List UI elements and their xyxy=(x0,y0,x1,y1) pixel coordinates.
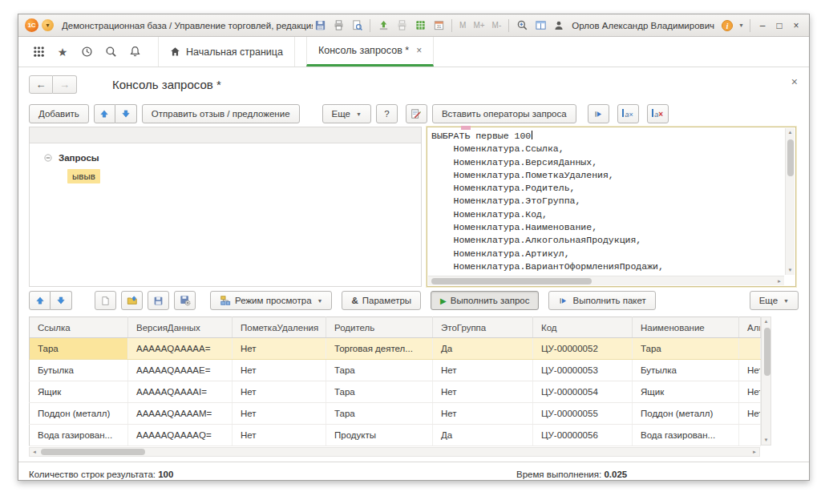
column-header[interactable]: Ссылка xyxy=(30,317,128,338)
maximize-button[interactable]: □ xyxy=(773,20,786,31)
cell-naimenovanie[interactable]: Бутылка xyxy=(633,360,739,381)
tree-node-selected-query[interactable]: ывыв xyxy=(30,167,421,185)
cell-etogruppa[interactable]: Нет xyxy=(433,360,533,381)
cell-alkog[interactable]: Нет xyxy=(739,403,761,425)
parameters-button[interactable]: & Параметры xyxy=(342,291,421,310)
system-menu-dropdown-icon[interactable]: ▼ xyxy=(42,19,54,31)
scroll-thumb[interactable] xyxy=(764,328,770,376)
scroll-up-icon[interactable]: ▲ xyxy=(786,128,795,137)
search-icon[interactable] xyxy=(99,37,123,67)
cell-kod[interactable]: ЦУ-00000052 xyxy=(533,338,633,360)
result-more-button[interactable]: Еще▼ xyxy=(750,291,799,310)
cell-pometka[interactable]: Нет xyxy=(233,338,326,360)
cell-etogruppa[interactable]: Да xyxy=(433,425,533,446)
save-icon[interactable] xyxy=(313,18,327,33)
syntax-check-button[interactable]: a× xyxy=(617,104,639,123)
cell-pometka[interactable]: Нет xyxy=(233,360,326,381)
tab-close-icon[interactable]: × xyxy=(416,45,422,56)
help-button[interactable]: ? xyxy=(376,104,398,123)
scroll-thumb[interactable] xyxy=(787,139,794,176)
current-user[interactable]: Орлов Александр Владимирович xyxy=(572,21,714,30)
more-button[interactable]: Еще▼ xyxy=(322,104,371,123)
result-up-button[interactable] xyxy=(29,291,51,310)
cell-alkog[interactable] xyxy=(739,338,761,360)
cell-pometka[interactable]: Нет xyxy=(233,425,326,446)
cell-roditel[interactable]: Тара xyxy=(326,403,433,425)
cell-roditel[interactable]: Тара xyxy=(326,381,433,403)
scroll-thumb[interactable] xyxy=(431,278,592,284)
tree-node-queries[interactable]: Запросы xyxy=(30,148,421,167)
column-header[interactable]: Алког xyxy=(739,317,761,338)
move-down-button[interactable] xyxy=(115,104,137,123)
cell-naimenovanie[interactable]: Тара xyxy=(633,338,739,360)
query-builder-button[interactable] xyxy=(406,104,427,123)
cell-roditel[interactable]: Продукты xyxy=(326,425,433,446)
column-header[interactable]: ПометкаУдаления xyxy=(233,317,326,338)
add-button[interactable]: Добавить xyxy=(29,104,89,123)
memory-m-plus-button[interactable]: M+ xyxy=(471,21,486,30)
column-header[interactable]: Родитель xyxy=(326,317,433,338)
new-document-button[interactable] xyxy=(95,291,116,310)
cell-ssylka[interactable]: Ящик xyxy=(30,381,128,403)
scroll-down-icon[interactable]: ▼ xyxy=(786,266,795,275)
cell-versiya[interactable]: AAAAAQAAAAE= xyxy=(128,360,233,381)
cell-versiya[interactable]: AAAAAQAAAAQ= xyxy=(128,425,233,446)
back-button[interactable]: ← xyxy=(29,75,53,94)
save-result-button[interactable] xyxy=(148,291,169,310)
column-header[interactable]: Код xyxy=(533,317,633,338)
insert-operators-button[interactable]: Вставить операторы запроса xyxy=(432,104,576,123)
table-vscrollbar[interactable]: ▲ ▼ xyxy=(761,317,771,446)
column-header[interactable]: ЭтоГруппа xyxy=(433,317,533,338)
forward-button[interactable]: → xyxy=(53,75,77,94)
scroll-right-icon[interactable]: ► xyxy=(752,448,757,457)
cell-roditel[interactable]: Торговая деятел... xyxy=(326,338,433,360)
close-button[interactable]: × xyxy=(790,20,803,31)
favorites-star-icon[interactable]: ★ xyxy=(51,37,75,67)
editor-vscrollbar[interactable]: ▲ ▼ xyxy=(785,128,795,275)
scroll-right-icon[interactable]: ► xyxy=(777,276,782,286)
cell-alkog[interactable]: Нет xyxy=(739,381,761,403)
zoom-icon[interactable] xyxy=(515,18,529,33)
run-batch-button[interactable]: Выполнить пакет xyxy=(548,291,655,310)
print-preview-icon[interactable] xyxy=(350,18,364,33)
column-header[interactable]: Наименование xyxy=(633,317,739,338)
service-dropdown-icon[interactable]: ▼ xyxy=(738,22,744,28)
result-down-button[interactable] xyxy=(51,291,72,310)
form-close-icon[interactable]: × xyxy=(791,75,798,88)
memory-m-minus-button[interactable]: M- xyxy=(491,21,504,30)
syntax-clear-button[interactable]: a× xyxy=(647,104,669,123)
scroll-up-icon[interactable]: ▲ xyxy=(762,317,770,326)
feedback-button[interactable]: Отправить отзыв / предложение xyxy=(142,104,300,123)
editor-hscrollbar[interactable]: ► xyxy=(428,276,784,285)
cell-alkog[interactable] xyxy=(739,425,761,446)
cell-versiya[interactable]: AAAAAQAAAAI= xyxy=(128,381,233,403)
main-menu-grid-icon[interactable] xyxy=(26,37,51,67)
column-header[interactable]: ВерсияДанных xyxy=(128,317,233,338)
cell-etogruppa[interactable]: Нет xyxy=(433,381,533,403)
tab-query-console[interactable]: Консоль запросов * × xyxy=(306,37,434,67)
info-icon[interactable]: i xyxy=(720,18,734,33)
scroll-left-icon[interactable]: ◄ xyxy=(32,448,37,457)
cell-etogruppa[interactable]: Нет xyxy=(433,403,533,425)
send-report-icon[interactable] xyxy=(376,18,390,33)
cell-naimenovanie[interactable]: Поддон (металл) xyxy=(633,403,739,425)
cell-versiya[interactable]: AAAAAQAAAAM= xyxy=(128,403,233,425)
scroll-thumb[interactable] xyxy=(41,449,145,455)
cell-roditel[interactable]: Тара xyxy=(326,360,433,381)
history-icon[interactable] xyxy=(75,37,99,67)
cell-kod[interactable]: ЦУ-00000055 xyxy=(533,403,633,425)
split-window-icon[interactable] xyxy=(533,18,548,33)
table-row[interactable]: Вода газирован... AAAAAQAAAAQ= Нет Проду… xyxy=(30,425,761,446)
cell-naimenovanie[interactable]: Ящик xyxy=(633,381,739,403)
cell-kod[interactable]: ЦУ-00000056 xyxy=(533,425,633,446)
open-button[interactable] xyxy=(121,291,143,310)
tab-home[interactable]: Начальная страница xyxy=(158,37,295,67)
print-icon[interactable] xyxy=(331,18,346,33)
run-query-button[interactable]: ▶ Выполнить запрос xyxy=(431,291,539,310)
cell-alkog[interactable]: Нет xyxy=(739,360,761,381)
query-text[interactable]: ВЫБРАТЬ первые 100 Номенклатура.Ссылка, … xyxy=(431,130,784,275)
move-up-button[interactable] xyxy=(94,104,115,123)
cell-pometka[interactable]: Нет xyxy=(233,381,326,403)
table-hscrollbar[interactable]: ◄ ► xyxy=(29,447,760,457)
table-row[interactable]: Тара AAAAAQAAAAA= Нет Торговая деятел...… xyxy=(30,338,761,360)
